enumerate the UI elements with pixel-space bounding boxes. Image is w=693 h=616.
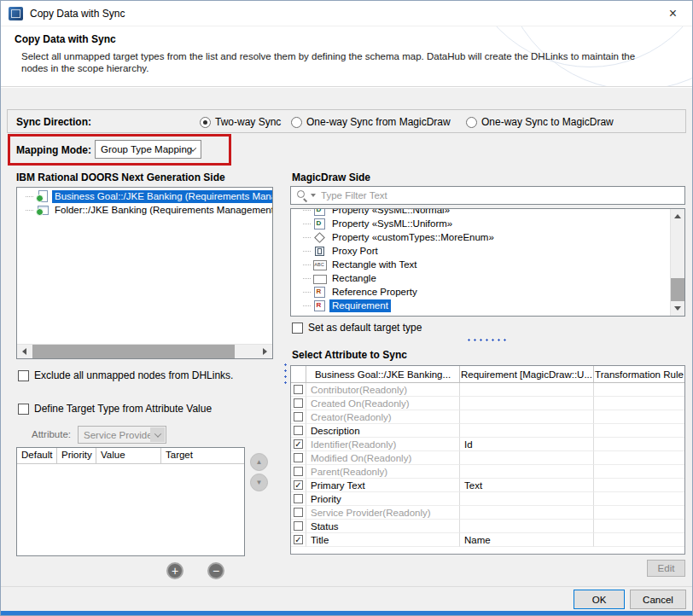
row-checkbox[interactable]: ✓ <box>294 535 303 544</box>
move-up-icon: ▲ <box>256 458 263 466</box>
row-checkbox[interactable]: ✓ <box>294 439 303 449</box>
define-target-type-checkbox[interactable]: Define Target Type from Attribute Value <box>18 403 212 415</box>
row-checkbox[interactable] <box>294 426 303 435</box>
row-checkbox[interactable] <box>294 467 303 476</box>
row-checkbox[interactable] <box>294 494 303 503</box>
tree-item-property-normal[interactable]: Property «SysML::Normal» <box>291 208 684 217</box>
attribute-select: Service Provider <box>78 426 166 444</box>
row-checkbox[interactable] <box>294 508 303 517</box>
tree-item-property-moreenum[interactable]: Property «customTypes::MoreEnum» <box>291 230 684 244</box>
column-header-default: Default <box>17 448 57 463</box>
tree-item-rectangle-with-text[interactable]: Rectangle with Text <box>291 258 684 271</box>
attribute-name: Modified On(Readonly) <box>306 451 460 465</box>
scroll-down-icon[interactable] <box>671 301 684 316</box>
set-default-target-checkbox[interactable]: Set as default target type <box>292 322 422 334</box>
radio-label: One-way Sync to MagicDraw <box>481 116 614 128</box>
row-checkbox[interactable] <box>294 385 303 394</box>
row-checkbox[interactable] <box>294 398 303 408</box>
radio-two-way-sync[interactable]: Two-way Sync <box>200 116 281 128</box>
horizontal-splitter-handle[interactable] <box>466 338 507 342</box>
header-description-line1: Select all unmapped target types from th… <box>21 50 635 62</box>
scroll-up-icon[interactable] <box>671 209 684 224</box>
move-down-button[interactable]: ▼ <box>250 474 268 491</box>
target-attribute <box>460 383 594 397</box>
tree-item-requirement[interactable]: Requirement <box>291 299 684 312</box>
exclude-unmapped-checkbox[interactable]: Exclude all unmapped nodes from DHLinks. <box>18 369 233 381</box>
table-row[interactable]: Parent(Readonly) <box>291 465 684 479</box>
table-row[interactable]: ✓ Primary Text Text <box>291 479 684 492</box>
tree-item-rectangle[interactable]: Rectangle <box>291 271 684 285</box>
edit-button[interactable]: Edit <box>647 560 685 577</box>
vertical-splitter-handle[interactable] <box>283 362 288 387</box>
folder-icon <box>36 204 49 216</box>
tree-item-business-goal[interactable]: Business Goal::/JKE Banking (Requirement… <box>17 189 273 203</box>
tree-item-proxy-port[interactable]: Proxy Port <box>291 244 684 258</box>
table-row[interactable]: ✓ Identifier(Readonly) Id <box>291 438 684 451</box>
table-row[interactable]: Description <box>291 424 684 438</box>
mapping-mode-value: Group Type Mapping <box>101 144 192 154</box>
target-attribute <box>460 424 594 438</box>
header-description-line2: nodes in the scope hierarchy. <box>21 62 635 74</box>
table-row[interactable]: Modified On(Readonly) <box>291 451 684 465</box>
horizontal-scrollbar[interactable] <box>17 344 272 358</box>
table-row[interactable]: Service Provider(Readonly) <box>291 506 684 520</box>
vertical-scrollbar[interactable] <box>670 209 684 316</box>
tree-item-folder[interactable]: Folder::/JKE Banking (Requirements Manag… <box>17 203 273 217</box>
transformation-rule <box>594 424 684 438</box>
tree-connector <box>303 278 311 279</box>
radio-one-way-from-magicdraw[interactable]: One-way Sync from MagicDraw <box>291 116 451 128</box>
table-row[interactable]: Priority <box>291 492 684 506</box>
table-row[interactable]: ✓ Title Name <box>291 533 684 547</box>
checkbox-icon[interactable] <box>292 323 303 334</box>
tree-connector <box>303 264 311 265</box>
table-row[interactable]: Contributor(Readonly) <box>291 383 684 397</box>
mapping-mode-select[interactable]: Group Type Mapping <box>95 140 201 159</box>
table-row[interactable]: Creator(Readonly) <box>291 410 684 424</box>
magicdraw-side-heading: MagicDraw Side <box>292 171 370 183</box>
ok-button[interactable]: OK <box>574 590 625 609</box>
tree-item-label: Rectangle with Text <box>329 259 420 271</box>
doors-tree: Business Goal::/JKE Banking (Requirement… <box>16 187 273 359</box>
column-header-source: Business Goal::/JKE Banking... <box>306 366 460 382</box>
checkbox-icon[interactable] <box>18 404 29 415</box>
tree-item-reference-property[interactable]: Reference Property <box>291 285 684 299</box>
table-row[interactable]: Created On(Readonly) <box>291 397 684 410</box>
attribute-table-header: Business Goal::/JKE Banking... Requireme… <box>291 366 684 383</box>
search-options-chevron-icon[interactable] <box>311 194 316 197</box>
chevron-down-icon <box>185 142 200 157</box>
rectangle-icon <box>313 272 326 284</box>
remove-button[interactable]: − <box>207 562 224 579</box>
add-button[interactable]: + <box>166 562 183 579</box>
row-checkbox[interactable] <box>294 521 303 531</box>
target-attribute <box>460 451 594 465</box>
type-filter-input[interactable] <box>321 190 684 200</box>
scrollbar-thumb[interactable] <box>32 345 235 358</box>
tree-item-label: Property «customTypes::MoreEnum» <box>329 231 497 244</box>
header-description: Select all unmapped target types from th… <box>21 50 635 74</box>
target-attribute <box>460 492 594 506</box>
magicdraw-tree-rows: Property «SysML::Normal» Property «SysML… <box>291 209 684 312</box>
target-attribute <box>460 410 594 424</box>
close-button[interactable]: × <box>654 1 692 26</box>
scroll-left-icon[interactable] <box>17 345 32 358</box>
attribute-name: Status <box>306 520 460 533</box>
checkbox-icon[interactable] <box>18 370 29 381</box>
table-row[interactable]: Status <box>291 520 684 533</box>
scroll-right-icon[interactable] <box>258 345 272 358</box>
tree-connector <box>303 210 311 211</box>
cancel-button[interactable]: Cancel <box>630 590 686 609</box>
attribute-name: Title <box>306 533 460 547</box>
dialog-header: Copy Data with Sync Select all unmapped … <box>1 26 692 87</box>
target-attribute <box>460 465 594 479</box>
attribute-name: Parent(Readonly) <box>306 465 460 479</box>
column-header-checkbox <box>291 366 306 382</box>
radio-one-way-to-magicdraw[interactable]: One-way Sync to MagicDraw <box>466 116 614 128</box>
row-checkbox[interactable]: ✓ <box>294 480 303 490</box>
move-up-button[interactable]: ▲ <box>250 453 268 471</box>
move-down-icon: ▼ <box>256 479 263 486</box>
transformation-rule <box>594 465 684 479</box>
row-checkbox[interactable] <box>294 412 303 421</box>
row-checkbox[interactable] <box>294 453 303 462</box>
scrollbar-thumb[interactable] <box>671 278 684 301</box>
tree-item-property-uniform[interactable]: Property «SysML::Uniform» <box>291 217 684 230</box>
